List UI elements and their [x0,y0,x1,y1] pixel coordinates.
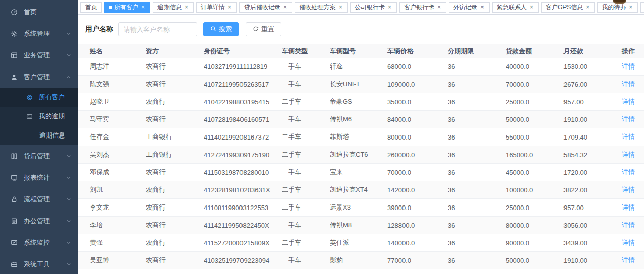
cell-name: 刘凯 [78,185,146,194]
cell-installment-term: 36 [448,186,506,194]
app-window: 首页系统管理业务管理客户管理所有客户我的逾期逾期信息贷后管理报表统计流程管理办公… [0,0,644,274]
tab-customer-gps[interactable]: 客户GPS信息× [541,2,595,13]
detail-link[interactable]: 详情 [622,221,635,229]
sidebar-item-overdue-info[interactable]: 逾期信息 [0,126,78,145]
cell-vehicle-price: 140000.0 [387,239,448,247]
sidebar-item-my-overdue[interactable]: 我的逾期 [0,107,78,126]
tab-label: 逾期信息 [157,3,182,12]
sidebar-item-customer[interactable]: 客户管理 [0,66,78,88]
sidebar-item-label: 报表统计 [24,173,66,182]
gear-icon [11,30,18,37]
close-icon[interactable]: × [529,4,534,10]
close-icon[interactable]: × [184,4,189,10]
tools-icon [11,261,18,268]
cell-loan-amount: 55000.0 [506,133,564,141]
reset-button[interactable]: 重置 [246,22,281,36]
tab-order-detail[interactable]: 订单详情× [196,2,237,13]
cell-installment-term: 36 [448,133,506,141]
detail-link[interactable]: 详情 [622,186,635,193]
cell-monthly-payment: 957.00 [564,204,621,212]
tab-company-bank-card[interactable]: 公司银行卡× [350,2,397,13]
tab-visit-record[interactable]: 外访记录× [449,2,490,13]
tab-all-customers[interactable]: 所有客户× [104,2,150,13]
cell-funder: 农商行 [146,203,204,212]
cell-funder: 工商银行 [146,132,204,142]
process-icon [11,196,18,203]
cell-action: 详情 [621,97,644,106]
sidebar-item-monitor[interactable]: 系统监控 [0,232,78,253]
column-header: 车辆型号 [330,47,387,56]
sidebar-item-home[interactable]: 首页 [0,1,78,23]
tab-collection-record[interactable]: 贷后催收记录× [239,2,292,13]
detail-link[interactable]: 详情 [622,168,635,176]
chevron-down-icon [66,52,72,58]
table-header-row: 姓名资方身份证号车辆类型车辆型号车辆价格分期期限贷款金额月还款操作 [78,44,644,58]
sidebar-item-all-customers[interactable]: 所有客户 [0,88,78,107]
sidebar-item-report[interactable]: 报表统计 [0,167,78,188]
tab-label: 紧急联系人 [497,3,527,12]
detail-link[interactable]: 详情 [622,256,635,264]
close-icon[interactable]: × [436,4,442,10]
sidebar-item-business[interactable]: 业务管理 [0,44,78,66]
cell-funder: 农商行 [146,168,204,177]
detail-link[interactable]: 详情 [622,203,635,211]
tab-home[interactable]: 首页 [80,2,102,13]
sidebar-item-tools[interactable]: 系统工具 [0,253,78,274]
close-icon[interactable]: × [140,4,146,10]
close-icon[interactable]: × [338,4,343,10]
cell-vehicle-type: 二手车 [282,185,330,194]
sidebar-item-office[interactable]: 办公管理 [0,210,78,232]
column-header: 月还款 [564,47,621,56]
tab-emergency-contact[interactable]: 紧急联系人× [492,2,539,13]
column-header: 分期期限 [448,47,506,56]
cell-vehicle-type: 二手车 [282,80,330,89]
column-header: 操作 [621,47,644,56]
all-customers-icon [26,94,33,101]
submenu-customer: 所有客户我的逾期逾期信息 [0,88,78,145]
tab-customer-bank-card[interactable]: 客户银行卡× [399,2,446,13]
avatar[interactable] [613,0,626,4]
close-icon[interactable]: × [479,4,485,10]
cell-vehicle-model: 传祺M8 [330,221,387,230]
loan-icon [11,153,18,160]
cell-id-number: 41152720000215809X [204,239,282,247]
cell-vehicle-model: 传祺M6 [330,115,387,124]
sidebar-item-process[interactable]: 流程管理 [0,188,78,210]
close-icon[interactable]: × [387,4,392,10]
tab-overdue-info[interactable]: 逾期信息× [153,2,194,13]
search-icon [210,26,216,33]
close-icon[interactable]: × [628,4,633,10]
tab-my-process[interactable]: 我的流程× [640,2,644,13]
sidebar-item-system[interactable]: 系统管理 [0,23,78,44]
cell-monthly-payment: 1910.00 [564,116,621,123]
cell-installment-term: 36 [448,98,506,106]
customer-name-input[interactable] [118,22,197,36]
tab-label: 外访记录 [453,3,477,12]
tab-collection-plan[interactable]: 催收处理方案× [295,2,348,13]
cell-vehicle-price: 70000.0 [387,169,448,176]
cell-id-number: 410327199111112819 [204,63,282,71]
cell-loan-amount: 90000.0 [506,239,564,247]
detail-link[interactable]: 详情 [622,133,635,141]
cell-action: 详情 [621,132,644,142]
cell-vehicle-type: 二手车 [282,115,330,124]
detail-link[interactable]: 详情 [622,151,635,158]
cell-name: 周志洋 [78,62,146,71]
cell-vehicle-model: 英仕派 [330,238,387,247]
sidebar: 首页系统管理业务管理客户管理所有客户我的逾期逾期信息贷后管理报表统计流程管理办公… [0,0,78,274]
detail-link[interactable]: 详情 [622,98,635,105]
chevron-down-icon [66,175,72,181]
cell-installment-term: 36 [448,151,506,159]
sidebar-item-loan[interactable]: 贷后管理 [0,145,78,167]
close-icon[interactable]: × [585,4,590,10]
close-icon[interactable]: × [227,4,232,10]
sidebar-item-label: 办公管理 [24,217,66,226]
sidebar-item-label: 业务管理 [24,51,66,60]
detail-link[interactable]: 详情 [622,239,635,246]
search-button[interactable]: 搜索 [203,22,239,36]
cell-vehicle-price: 80000.0 [387,133,448,141]
detail-link[interactable]: 详情 [622,62,635,70]
detail-link[interactable]: 详情 [622,115,635,123]
detail-link[interactable]: 详情 [622,80,635,88]
close-icon[interactable]: × [282,4,288,10]
